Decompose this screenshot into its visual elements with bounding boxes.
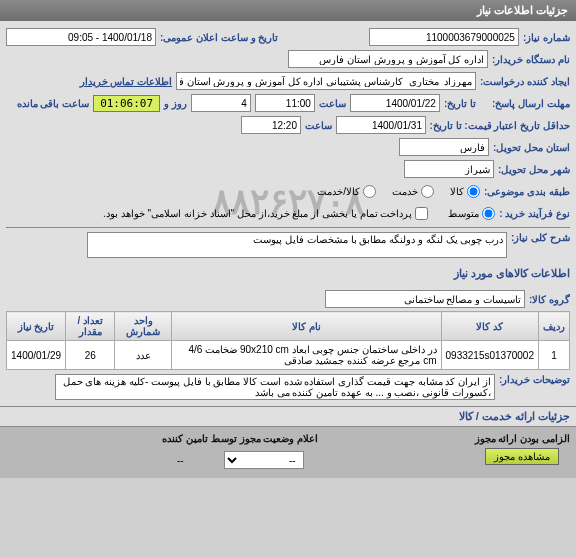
need-no-label: شماره نیاز: [523,32,570,43]
footer-left-label: اعلام وضعیت مجوز توسط تامین کننده [162,433,318,444]
group-field[interactable] [325,290,525,308]
budget-service-opt[interactable]: خدمت [392,185,434,198]
footer-right-col: الزامی بودن ارائه مجوز مشاهده مجوز [475,433,570,465]
countdown-clock: 01:06:07 [93,95,160,112]
buyer-note-textarea[interactable] [55,374,495,400]
delivery-city-label: شهر محل تحویل: [498,164,570,175]
announce-field[interactable] [6,28,156,46]
buyer-label: نام دستگاه خریدار: [492,54,570,65]
creator-field[interactable] [176,72,476,90]
cell-code: 0933215s01370002 [441,341,538,370]
partial-pay-check[interactable]: پرداخت تمام یا بخشی از مبلغ خرید،از محل … [103,207,428,220]
cell-qty: 26 [66,341,115,370]
cell-need-date: 1400/01/29 [7,341,66,370]
budget-label: طبقه بندی موضوعی: [484,186,570,197]
buyer-note-label: توضیحات خریدار: [499,374,570,385]
col-name: نام کالا [171,312,441,341]
deadline-time-field[interactable] [255,94,315,112]
budget-mix-text: کالا/خدمت [317,186,360,197]
budget-service-radio[interactable] [421,185,434,198]
footer-band: الزامی بودن ارائه مجوز مشاهده مجوز اعلام… [0,426,576,478]
price-valid-date-field[interactable] [336,116,426,134]
days-and-label: روز و [164,98,187,109]
col-unit: واحد شمارش [115,312,171,341]
table-row[interactable]: 1 0933215s01370002 در داخلی ساختمان جنس … [7,341,570,370]
partial-pay-label: پرداخت تمام یا بخشی از مبلغ خرید،از محل … [103,208,412,219]
delivery-city-field[interactable] [404,160,494,178]
col-code: کد کالا [441,312,538,341]
creator-label: ایجاد کننده درخواست: [480,76,570,87]
time-label-2: ساعت [305,120,332,131]
budget-mix-radio[interactable] [363,185,376,198]
process-mid-radio[interactable] [482,207,495,220]
contact-link[interactable]: اطلاعات تماس خریدار [80,76,173,87]
process-mid-opt[interactable]: متوسط [448,207,495,220]
services-header: جزئیات ارائه خدمت / کالا [0,406,576,426]
title-text: جزئیات اطلاعات نیاز [477,4,568,16]
to-date-label: تا تاریخ: [444,98,476,109]
dash-text: -- [177,455,184,466]
col-need-date: تاریخ نیاز [7,312,66,341]
partial-pay-checkbox[interactable] [415,207,428,220]
budget-mix-opt[interactable]: کالا/خدمت [317,185,376,198]
budget-goods-radio[interactable] [467,185,480,198]
process-radio-group: متوسط [448,207,495,220]
desc-textarea[interactable] [87,232,507,258]
price-valid-label: حداقل تاریخ اعتبار قیمت: تا تاریخ: [430,120,570,131]
deadline-reply-label: مهلت ارسال پاسخ: [480,98,570,109]
footer-right-label: الزامی بودن ارائه مجوز [475,433,570,444]
announce-label: تاریخ و ساعت اعلان عمومی: [160,32,278,43]
budget-goods-text: کالا [450,186,464,197]
items-header: اطلاعات کالاهای مورد نیاز [0,264,576,283]
time-label-1: ساعت [319,98,346,109]
process-label: نوع فرآیند خرید : [499,208,570,219]
budget-goods-opt[interactable]: کالا [450,185,480,198]
title-bar: جزئیات اطلاعات نیاز [0,0,576,21]
group-label: گروه کالا: [529,294,570,305]
cell-unit: عدد [115,341,171,370]
need-no-field[interactable] [369,28,519,46]
budget-service-text: خدمت [392,186,418,197]
budget-radio-group: کالا خدمت کالا/خدمت [317,185,480,198]
table-header-row: ردیف کد کالا نام کالا واحد شمارش تعداد /… [7,312,570,341]
deadline-date-field[interactable] [350,94,440,112]
clock-suffix: ساعت باقی مانده [17,98,90,109]
deadline-days-field[interactable] [191,94,251,112]
delivery-state-label: استان محل تحویل: [493,142,570,153]
delivery-state-field[interactable] [399,138,489,156]
process-mid-text: متوسط [448,208,479,219]
cell-name: در داخلی ساختمان جنس چوبی ابعاد 90x210 c… [171,341,441,370]
col-row: ردیف [539,312,570,341]
items-table: ردیف کد کالا نام کالا واحد شمارش تعداد /… [6,311,570,370]
status-select[interactable]: -- [224,451,304,469]
price-valid-time-field[interactable] [241,116,301,134]
desc-label: شرح کلی نیاز: [511,232,570,243]
col-qty: تعداد / مقدار [66,312,115,341]
cell-idx: 1 [539,341,570,370]
buyer-field[interactable] [288,50,488,68]
footer-left-col: اعلام وضعیت مجوز توسط تامین کننده -- -- [6,433,475,472]
view-permit-button[interactable]: مشاهده مجوز [485,448,559,465]
